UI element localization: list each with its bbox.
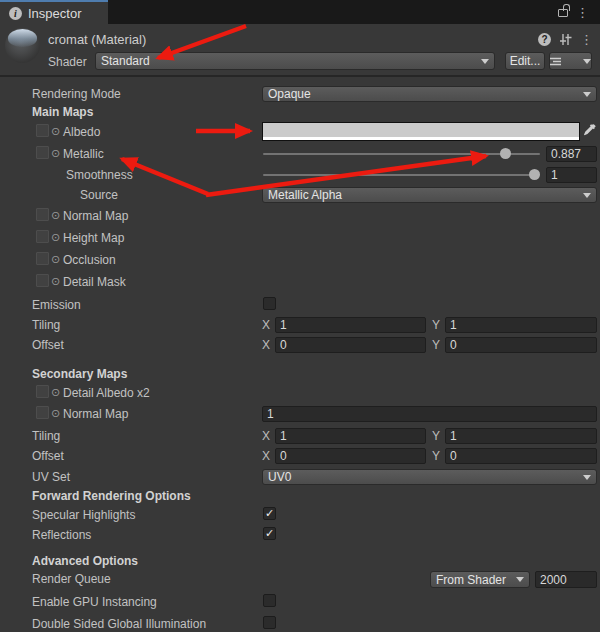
row-secondary-offset: Offset X Y [0,448,600,464]
gpu-instancing-checkbox[interactable] [263,594,276,607]
row-uv-set: UV Set UV0 [0,469,600,485]
presets-icon[interactable] [559,33,572,46]
list-icon [550,57,561,66]
render-queue-value-input[interactable] [535,571,597,588]
height-map-texture-slot[interactable] [36,230,49,243]
emission-checkbox[interactable] [263,297,276,310]
object-picker-icon: ⊙ [51,386,60,399]
tiling-y-input[interactable] [445,317,597,333]
reflections-label: Reflections [32,527,91,543]
detail-mask-texture-slot[interactable] [36,274,49,287]
chevron-down-icon [583,59,591,64]
render-queue-label: Render Queue [32,571,111,587]
edit-button[interactable]: Edit... [505,52,545,70]
eyedropper-icon[interactable] [583,123,597,139]
row-gpu-instancing: Enable GPU Instancing [0,594,600,610]
dsgi-label: Double Sided Global Illumination [32,616,206,632]
metallic-texture-slot[interactable] [36,146,49,159]
material-preview-sphere[interactable] [5,28,40,63]
kebab-menu-icon[interactable]: ⋮ [580,33,593,46]
specular-highlights-checkbox[interactable]: ✓ [263,507,276,520]
offset-label: Offset [32,448,64,464]
albedo-color-swatch[interactable] [262,122,580,141]
source-dropdown[interactable]: Metallic Alpha [262,187,597,203]
occlusion-label: Occlusion [63,252,116,268]
render-queue-dropdown[interactable]: From Shader [430,571,530,588]
tiling-label: Tiling [32,428,60,444]
occlusion-texture-slot[interactable] [36,252,49,265]
properties-button[interactable] [549,52,592,70]
row-reflections: Reflections ✓ [0,527,600,543]
row-detail-albedo: ⊙ Detail Albedo x2 [0,385,600,401]
chevron-down-icon [583,193,591,198]
rendering-mode-dropdown[interactable]: Opaque [262,86,597,102]
row-specular-highlights: Specular Highlights ✓ [0,507,600,523]
shader-dropdown[interactable]: Standard [95,52,495,70]
source-label: Source [80,187,118,203]
object-picker-icon: ⊙ [51,407,60,420]
row-normal-map: ⊙ Normal Map [0,208,600,224]
albedo-texture-slot[interactable] [36,124,49,137]
secondary-normal-map-texture-slot[interactable] [36,406,49,419]
smoothness-slider-handle[interactable] [529,169,540,180]
metallic-value-input[interactable] [546,146,597,162]
uv-set-label: UV Set [32,469,70,485]
detail-albedo-label: Detail Albedo x2 [63,385,150,401]
albedo-label: Albedo [63,124,100,140]
offset-x-input[interactable] [275,337,426,353]
y-label: Y [432,449,440,463]
offset-y-input[interactable] [445,337,597,353]
reflections-checkbox[interactable]: ✓ [263,527,276,540]
tab-inspector[interactable]: i Inspector [0,0,108,24]
metallic-slider-handle[interactable] [500,148,511,159]
secondary-offset-x-input[interactable] [275,448,426,464]
chevron-down-icon [516,577,524,582]
lock-icon[interactable] [558,9,568,17]
metallic-slider-track[interactable] [263,153,540,155]
kebab-menu-icon[interactable]: ⋮ [576,6,589,19]
row-dsgi: Double Sided Global Illumination [0,616,600,632]
row-metallic: ⊙ Metallic [0,146,600,162]
dsgi-checkbox[interactable] [263,616,276,629]
tab-bar: i Inspector ⋮ [0,0,600,24]
normal-map-texture-slot[interactable] [36,208,49,221]
inspector-window: i Inspector ⋮ cromat (Material) ? ⋮ Shad… [0,0,600,632]
x-label: X [262,449,270,463]
info-icon: i [9,7,22,20]
specular-highlights-label: Specular Highlights [32,507,135,523]
height-map-label: Height Map [63,230,124,246]
section-main-maps: Main Maps [0,104,600,120]
y-label: Y [432,338,440,352]
secondary-tiling-x-input[interactable] [275,428,426,444]
secondary-normal-map-label: Normal Map [63,406,128,422]
y-label: Y [432,318,440,332]
smoothness-value-input[interactable] [546,167,597,183]
secondary-tiling-y-input[interactable] [445,428,597,444]
detail-mask-label: Detail Mask [63,274,126,290]
detail-albedo-texture-slot[interactable] [36,385,49,398]
row-secondary-normal-map: ⊙ Normal Map [0,406,600,422]
uv-set-dropdown[interactable]: UV0 [262,469,597,485]
section-forward-rendering: Forward Rendering Options [0,488,600,504]
row-height-map: ⊙ Height Map [0,230,600,246]
forward-rendering-header: Forward Rendering Options [32,488,191,504]
row-detail-mask: ⊙ Detail Mask [0,274,600,290]
tiling-x-input[interactable] [275,317,426,333]
row-secondary-tiling: Tiling X Y [0,428,600,444]
metallic-label: Metallic [63,146,104,162]
x-label: X [262,338,270,352]
source-value: Metallic Alpha [268,188,342,202]
object-picker-icon: ⊙ [51,275,60,288]
row-occlusion: ⊙ Occlusion [0,252,600,268]
rendering-mode-label: Rendering Mode [32,86,121,102]
help-icon[interactable]: ? [538,33,551,46]
row-source: Source Metallic Alpha [0,187,600,203]
smoothness-slider-track[interactable] [263,174,540,176]
secondary-offset-y-input[interactable] [445,448,597,464]
section-secondary-maps: Secondary Maps [0,366,600,382]
normal-map-scale-input[interactable] [262,406,597,422]
x-label: X [262,429,270,443]
tab-label: Inspector [28,6,81,21]
offset-label: Offset [32,337,64,353]
advanced-options-header: Advanced Options [32,553,138,569]
